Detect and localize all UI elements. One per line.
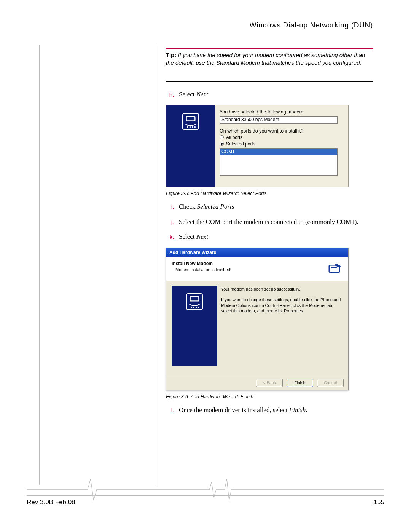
- svg-point-3: [190, 126, 191, 128]
- dialog-header: Install New Modem Modem installation is …: [166, 257, 348, 281]
- column-rule-mid: [156, 45, 156, 485]
- content-body: h. Select Next. You have selected the fo…: [166, 84, 373, 415]
- tip-text: If you have the speed for your modem con…: [166, 52, 365, 66]
- step-marker: j.: [166, 217, 174, 227]
- footer-revision: Rev 3.0B Feb.08: [27, 498, 75, 506]
- cancel-button[interactable]: Cancel: [317, 379, 344, 387]
- column-rule-left: [39, 45, 40, 485]
- page-header: Windows Dial-up Networking (DUN): [250, 21, 373, 29]
- tip-block: Tip: If you have the speed for your mode…: [166, 51, 373, 71]
- figure-3-5-caption: Figure 3-5: Add Hardware Wizard: Select …: [166, 191, 373, 196]
- svg-rect-7: [331, 267, 337, 268]
- dialog-body-line1: Your modem has been set up successfully.: [221, 286, 343, 292]
- step-text-em: Selected Ports: [197, 203, 234, 210]
- dialog-header-sub: Modem installation is finished!: [172, 267, 231, 272]
- wizard-sidebar: [166, 105, 215, 187]
- figure-3-6-caption: Figure 3-6: Add Hardware Wizard: Finish: [166, 394, 373, 399]
- step-text-em: Next: [196, 233, 208, 240]
- modem-icon: [328, 261, 343, 276]
- footer-ekg-decoration: [27, 478, 384, 508]
- modem-icon: [184, 291, 205, 312]
- radio-icon: [220, 142, 224, 146]
- wizard-body: You have selected the following modem: S…: [215, 105, 348, 187]
- footer-page-number: 155: [374, 498, 384, 506]
- footer-rule: [27, 495, 384, 496]
- step-marker: l.: [166, 406, 174, 415]
- dialog-button-bar: < Back Finish Cancel: [166, 375, 348, 390]
- step-text-pre: Select: [179, 91, 196, 98]
- svg-point-12: [196, 307, 197, 308]
- dialog-titlebar: Add Hardware Wizard: [166, 248, 348, 257]
- main-content: Tip: If you have the speed for your mode…: [166, 51, 373, 71]
- svg-point-5: [194, 126, 196, 128]
- selected-modem-field: Standard 33600 bps Modem: [220, 116, 338, 124]
- port-item-com1[interactable]: COM1: [220, 149, 337, 155]
- step-text: Check Selected Ports: [178, 202, 234, 211]
- svg-point-4: [192, 126, 193, 128]
- radio-label: Selected ports: [226, 141, 255, 147]
- wizard-line2: On which ports do you want to install it…: [220, 128, 344, 134]
- dialog-body-line2: If you want to change these settings, do…: [221, 297, 343, 313]
- radio-label: All ports: [226, 135, 242, 140]
- tip-label: Tip:: [166, 52, 176, 58]
- step-text-post: .: [208, 91, 210, 98]
- dialog-body-text: Your modem has been set up successfully.…: [221, 286, 343, 366]
- step-text-em: Finish: [289, 406, 306, 414]
- svg-point-11: [193, 307, 195, 308]
- svg-point-13: [198, 307, 200, 308]
- svg-point-2: [187, 126, 188, 128]
- back-button[interactable]: < Back: [256, 379, 283, 387]
- step-l: l. Once the modem driver is installed, s…: [166, 406, 373, 415]
- wizard-line1: You have selected the following modem:: [220, 109, 344, 115]
- radio-selected-ports[interactable]: Selected ports: [220, 141, 344, 147]
- tip-top-rule: [166, 48, 373, 49]
- step-text-pre: Once the modem driver is installed, sele…: [179, 406, 289, 414]
- wizard-sidebar: [172, 286, 217, 366]
- finish-button[interactable]: Finish: [287, 379, 313, 387]
- svg-rect-9: [190, 297, 199, 301]
- step-text: Select the COM port the modem is connect…: [178, 217, 358, 227]
- step-h: h. Select Next.: [166, 90, 373, 99]
- page: Windows Dial-up Networking (DUN) Tip: If…: [0, 0, 411, 532]
- step-text-pre: Check: [179, 203, 197, 210]
- step-text-pre: Select: [179, 233, 196, 240]
- dialog-header-title: Install New Modem: [172, 261, 231, 266]
- step-marker: h.: [166, 90, 174, 99]
- figure-3-5-wizard: You have selected the following modem: S…: [166, 105, 349, 187]
- step-marker: k.: [166, 232, 174, 241]
- svg-rect-1: [186, 117, 195, 121]
- radio-icon: [220, 135, 224, 139]
- step-text-post: .: [306, 406, 307, 414]
- tip-bottom-rule: [166, 81, 373, 82]
- step-j: j. Select the COM port the modem is conn…: [166, 217, 373, 227]
- step-text: Once the modem driver is installed, sele…: [178, 406, 307, 415]
- step-k: k. Select Next.: [166, 232, 373, 241]
- step-text: Select Next.: [178, 232, 210, 241]
- step-text-em: Next: [196, 91, 208, 98]
- dialog-body: Your modem has been set up successfully.…: [166, 281, 348, 375]
- step-text: Select Next.: [178, 90, 210, 99]
- step-i: i. Check Selected Ports: [166, 202, 373, 211]
- radio-all-ports[interactable]: All ports: [220, 135, 344, 140]
- port-listbox[interactable]: COM1: [220, 148, 338, 176]
- step-text-post: .: [208, 233, 210, 240]
- modem-icon: [180, 111, 201, 132]
- step-marker: i.: [166, 202, 174, 211]
- svg-point-10: [191, 307, 192, 308]
- figure-3-6-dialog: Add Hardware Wizard Install New Modem Mo…: [166, 248, 349, 390]
